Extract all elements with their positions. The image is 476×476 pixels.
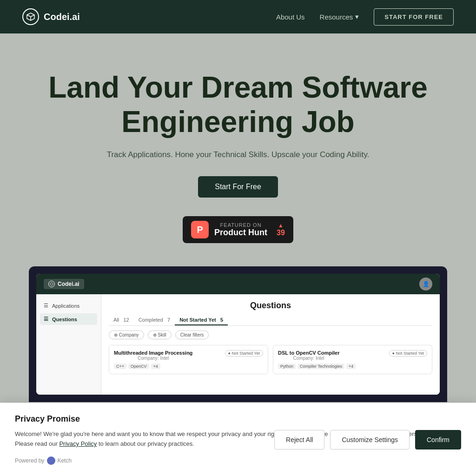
powered-by-label: Powered by: [15, 457, 44, 464]
tab-not-started: Not Started Yet 5: [175, 315, 228, 325]
screenshot-tabs: All 12 Completed 7 Not Started Yet 5: [109, 315, 432, 326]
questions-icon: ☰: [44, 316, 48, 322]
screenshot-logo: Codei.ai: [44, 279, 84, 289]
card-2-info: DSL to OpenCV Compiler Company: Intel: [278, 350, 339, 361]
hero-subtitle: Track Applications. Hone your Technical …: [107, 150, 370, 159]
nav-about-link[interactable]: About Us: [276, 13, 305, 21]
tag-python: Python: [278, 364, 296, 369]
screenshot-main-title: Questions: [109, 301, 432, 311]
card-2-company: Company: Intel: [278, 356, 339, 361]
card-1-title: Multithreaded Image Processing: [114, 350, 192, 356]
ketch-label: Ketch: [57, 457, 72, 464]
product-hunt-featured-label: FEATURED ON: [214, 222, 267, 228]
card-2-header: DSL to OpenCV Compiler Company: Intel ● …: [278, 350, 427, 361]
cookie-banner: Privacy Promise Welcome! We're glad you'…: [0, 403, 476, 476]
product-hunt-name: Product Hunt: [214, 228, 267, 238]
filter-skill: ⊕ Skill: [148, 331, 172, 339]
nav-links: About Us Resources ▾ START FOR FREE: [276, 8, 454, 26]
hero-section: Land Your Dream Software Engineering Job…: [0, 33, 476, 402]
screenshot-card-2: DSL to OpenCV Compiler Company: Intel ● …: [273, 345, 432, 374]
screenshot-body: ☰ Applications ☰ Questions Questions All…: [36, 294, 440, 395]
logo-icon: [22, 8, 39, 25]
nav-resources-label: Resources: [320, 13, 353, 21]
app-screenshot: Codei.ai 👤 ☰ Applications ☰ Questions Q: [29, 266, 447, 402]
screenshot-avatar: 👤: [419, 278, 432, 291]
confirm-button[interactable]: Confirm: [415, 430, 461, 450]
product-hunt-badge[interactable]: P FEATURED ON Product Hunt ▲ 39: [183, 216, 293, 243]
screenshot-logo-text: Codei.ai: [58, 281, 79, 287]
card-1-header: Multithreaded Image Processing Company: …: [114, 350, 263, 361]
card-2-status: ● Not Started Yet: [389, 350, 427, 357]
nav-resources-dropdown[interactable]: Resources ▾: [320, 13, 359, 21]
card-1-info: Multithreaded Image Processing Company: …: [114, 350, 192, 361]
card-2-tags: Python Compiler Technologies +4: [278, 364, 427, 369]
tag-compiler: Compiler Technologies: [298, 364, 344, 369]
privacy-policy-link[interactable]: Privacy Policy: [59, 440, 97, 447]
chevron-down-icon: ▾: [355, 13, 359, 21]
nav-cta-button[interactable]: START FOR FREE: [374, 8, 454, 26]
sidebar-item-questions: ☰ Questions: [40, 313, 97, 325]
applications-icon: ☰: [44, 303, 48, 309]
tab-all: All 12: [109, 315, 134, 325]
product-hunt-votes: ▲ 39: [277, 222, 285, 237]
tag-cpp: C++: [114, 364, 126, 369]
card-1-company: Company: Intel: [114, 356, 192, 361]
tag-opencv: OpenCV: [128, 364, 149, 369]
tag-more-2: +4: [346, 364, 356, 369]
reject-all-button[interactable]: Reject All: [274, 430, 324, 450]
logo-text: Codei.ai: [44, 12, 80, 22]
cookie-action-buttons: Reject All Customize Settings Confirm: [274, 430, 461, 450]
hero-title: Land Your Dream Software Engineering Job: [38, 71, 438, 139]
filter-company: ⊕ Company: [109, 331, 144, 339]
tag-more-1: +4: [151, 364, 160, 369]
customize-settings-button[interactable]: Customize Settings: [330, 430, 410, 450]
screenshot-cards: Multithreaded Image Processing Company: …: [109, 345, 432, 374]
card-2-title: DSL to OpenCV Compiler: [278, 350, 339, 356]
filter-clear: Clear filters: [175, 331, 209, 339]
hero-cta-button[interactable]: Start For Free: [198, 176, 278, 198]
cookie-text-end: to learn about our privacy practices.: [97, 440, 194, 447]
sidebar-questions-label: Questions: [52, 317, 77, 322]
cookie-title: Privacy Promise: [15, 414, 461, 424]
screenshot-sidebar: ☰ Applications ☰ Questions: [36, 294, 101, 395]
vote-count: 39: [277, 229, 285, 237]
product-hunt-logo-icon: P: [191, 221, 209, 238]
card-1-status: ● Not Started Yet: [225, 350, 263, 357]
ketch-icon: [47, 456, 55, 465]
screenshot-inner: Codei.ai 👤 ☰ Applications ☰ Questions Q: [36, 274, 440, 395]
tab-completed: Completed 7: [134, 315, 175, 325]
upvote-arrow-icon: ▲: [278, 222, 284, 229]
sidebar-applications-label: Applications: [52, 303, 79, 309]
screenshot-logo-icon: [48, 281, 55, 287]
product-hunt-text: FEATURED ON Product Hunt: [214, 222, 267, 238]
ketch-logo: Ketch: [47, 456, 72, 465]
screenshot-filters: ⊕ Company ⊕ Skill Clear filters: [109, 331, 432, 339]
sidebar-item-applications: ☰ Applications: [40, 300, 97, 311]
svg-point-1: [48, 281, 54, 287]
logo: Codei.ai: [22, 8, 80, 25]
screenshot-navbar: Codei.ai 👤: [36, 274, 440, 294]
navbar: Codei.ai About Us Resources ▾ START FOR …: [0, 0, 476, 33]
screenshot-card-1: Multithreaded Image Processing Company: …: [109, 345, 268, 374]
card-1-tags: C++ OpenCV +4: [114, 364, 263, 369]
screenshot-main: Questions All 12 Completed 7 Not Started…: [101, 294, 440, 395]
cookie-powered-by: Powered by Ketch: [15, 456, 461, 465]
